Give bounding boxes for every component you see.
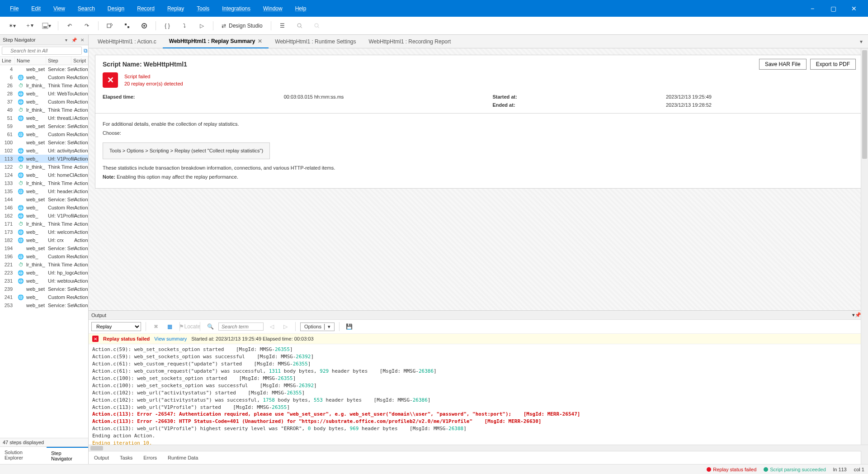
- step-row[interactable]: 146🌐web_Custom RecAction: [0, 204, 88, 212]
- clear-output-button[interactable]: ✖: [151, 322, 161, 332]
- list-button[interactable]: ☰: [275, 19, 290, 32]
- output-pin-icon[interactable]: 📌: [855, 312, 861, 318]
- window-minimize[interactable]: −: [802, 0, 823, 17]
- grid-button[interactable]: ▦: [164, 322, 175, 332]
- search-tool-button[interactable]: [292, 19, 307, 32]
- step-row[interactable]: 223🌐web_Url: hp_logoAction: [0, 269, 88, 277]
- step-row[interactable]: 113🌐web_Url: V1ProfilAction: [0, 155, 88, 163]
- record-button[interactable]: [137, 19, 152, 32]
- step-row[interactable]: 59web_setService: SetAction: [0, 122, 88, 130]
- play-button[interactable]: ▷: [194, 19, 209, 32]
- out-tab-runtime-data[interactable]: Runtime Data: [162, 453, 203, 462]
- pane-close-icon[interactable]: ✕: [79, 37, 85, 43]
- step-row[interactable]: 51🌐web_Url: threatLiAction: [0, 114, 88, 122]
- out-tab-tasks[interactable]: Tasks: [114, 453, 138, 462]
- menu-design[interactable]: Design: [101, 0, 131, 17]
- options-button[interactable]: Options│ ▾: [300, 322, 335, 331]
- step-row[interactable]: 171⏱lr_think_Think Time -Action: [0, 220, 88, 228]
- tab-solution-explorer[interactable]: Solution Explorer: [0, 447, 47, 464]
- doc-tab[interactable]: WebHttpHtml1 : Action.c: [91, 35, 163, 48]
- step-row[interactable]: 162🌐web_Url: V1ProfilAction: [0, 212, 88, 220]
- status-parse-ok: Script parsing succeeded: [764, 467, 826, 472]
- menu-search[interactable]: Search: [71, 0, 101, 17]
- add-dropdown[interactable]: ＋▾: [22, 19, 37, 32]
- replay-summary-view[interactable]: Save HAR File Export to PDF Script Name:…: [89, 48, 868, 310]
- step-row[interactable]: 28🌐web_Url: WebTouAction: [0, 90, 88, 98]
- step-row[interactable]: 124🌐web_Url: homeClAction: [0, 171, 88, 179]
- step-row[interactable]: 182🌐web_Url: crxAction: [0, 236, 88, 244]
- save-output-button[interactable]: 💾: [344, 322, 355, 332]
- step-row[interactable]: 133⏱lr_think_Think Time -Action: [0, 179, 88, 187]
- menu-record[interactable]: Record: [131, 0, 161, 17]
- close-icon[interactable]: ✕: [258, 38, 262, 44]
- step-row[interactable]: 102🌐web_Url: activitysAction: [0, 147, 88, 155]
- export-pdf-button[interactable]: Export to PDF: [810, 59, 856, 70]
- output-source-select[interactable]: Replay: [91, 322, 141, 331]
- out-tab-output[interactable]: Output: [89, 453, 114, 462]
- step-row[interactable]: 26⏱lr_think_Think Time -Action: [0, 81, 88, 90]
- step-row[interactable]: 4web_setService: SetAction: [0, 65, 88, 73]
- step-row[interactable]: 173🌐web_Url: welcomAction: [0, 228, 88, 236]
- save-har-button[interactable]: Save HAR File: [759, 59, 807, 70]
- out-tab-errors[interactable]: Errors: [138, 453, 162, 462]
- step-row[interactable]: 194web_setService: SetAction: [0, 244, 88, 252]
- col-name[interactable]: Name: [15, 57, 46, 65]
- step-row[interactable]: 6🌐web_Custom RecAction: [0, 73, 88, 81]
- menu-view[interactable]: View: [47, 0, 71, 17]
- doc-tab[interactable]: WebHttpHtml1 : Recording Report: [363, 35, 458, 48]
- output-hscrollbar[interactable]: [89, 445, 868, 451]
- step-row[interactable]: 61🌐web_Custom RecAction: [0, 130, 88, 138]
- summary-scrollbar[interactable]: [861, 48, 868, 464]
- step-row[interactable]: 239web_setService: SetAction: [0, 285, 88, 293]
- undo-button[interactable]: ↶: [62, 19, 77, 32]
- step-row[interactable]: 231🌐web_Url: webtourAction: [0, 277, 88, 285]
- step-row[interactable]: 49⏱lr_think_Think Time -Action: [0, 106, 88, 114]
- step-nav-body[interactable]: 4web_setService: SetAction6🌐web_Custom R…: [0, 65, 88, 438]
- output-search-input[interactable]: [218, 322, 264, 331]
- menu-replay[interactable]: Replay: [161, 0, 190, 17]
- doc-tabs-menu[interactable]: ▾: [857, 38, 865, 45]
- doc-tab[interactable]: WebHttpHtml1 : Runtime Settings: [269, 35, 362, 48]
- save-dropdown[interactable]: ▾: [39, 19, 54, 32]
- menu-window[interactable]: Window: [257, 0, 289, 17]
- view-summary-link[interactable]: View summary: [154, 336, 187, 341]
- pane-pin-icon[interactable]: 📌: [71, 37, 77, 43]
- new-dropdown[interactable]: ✶▾: [5, 19, 20, 32]
- step-row[interactable]: 37🌐web_Custom RecAction: [0, 98, 88, 106]
- redo-button[interactable]: ↷: [79, 19, 94, 32]
- zoom-tool-button[interactable]: [309, 19, 325, 32]
- search-prev-button[interactable]: ◁: [266, 322, 277, 332]
- menu-integrations[interactable]: Integrations: [216, 0, 257, 17]
- menu-edit[interactable]: Edit: [25, 0, 47, 17]
- tab-step-navigator[interactable]: Step Navigator: [47, 447, 88, 464]
- col-script[interactable]: Script: [71, 57, 88, 65]
- step-row[interactable]: 221⏱lr_think_Think Time -Action: [0, 261, 88, 269]
- braces-button[interactable]: { }: [160, 19, 175, 32]
- menu-file[interactable]: File: [4, 0, 25, 17]
- menu-help[interactable]: Help: [289, 0, 313, 17]
- design-studio-button[interactable]: ⇄ Design Studio: [217, 23, 267, 29]
- step-search-input[interactable]: [2, 47, 82, 55]
- step-row[interactable]: 196🌐web_Custom RecAction: [0, 252, 88, 261]
- runtime-settings-button[interactable]: [119, 19, 135, 32]
- locate-button[interactable]: ⚑ Locate: [184, 322, 195, 332]
- output-search-icon[interactable]: 🔍: [205, 322, 216, 332]
- menu-tools[interactable]: Tools: [190, 0, 216, 17]
- link-icon[interactable]: ⧉: [84, 47, 88, 54]
- step-row[interactable]: 135🌐web_Url: header.lAction: [0, 187, 88, 195]
- step-row[interactable]: 100web_setService: SetAction: [0, 138, 88, 147]
- output-log[interactable]: Action.c(59): web_set_sockets_option sta…: [89, 344, 868, 445]
- search-next-button[interactable]: ▷: [280, 322, 291, 332]
- col-line[interactable]: Line: [0, 57, 15, 65]
- step-row[interactable]: 241🌐web_Custom RecAction: [0, 293, 88, 301]
- step-row[interactable]: 253web_setService: SetAction: [0, 301, 88, 309]
- window-close[interactable]: ✕: [844, 0, 864, 17]
- step-row[interactable]: 144web_setService: SetAction: [0, 195, 88, 204]
- pane-dropdown-icon[interactable]: ▾: [63, 37, 69, 43]
- step-row[interactable]: 122⏱lr_think_Think Time -Action: [0, 163, 88, 171]
- doc-tab[interactable]: WebHttpHtml1 : Replay Summary✕: [163, 35, 269, 48]
- step-button[interactable]: ⤵: [177, 19, 192, 32]
- col-step[interactable]: Step: [46, 57, 71, 65]
- compile-button[interactable]: [102, 19, 118, 32]
- window-maximize[interactable]: ▢: [823, 0, 844, 17]
